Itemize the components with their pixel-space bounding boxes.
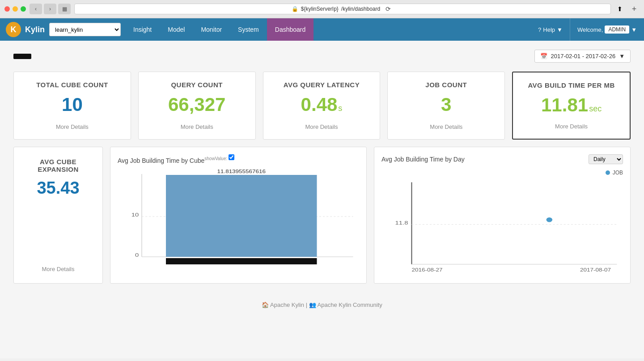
url-path: /kylin/dashboard [341,6,380,12]
bar-chart-title-row: Avg Job Building Time by CubeshowValue: [118,154,359,164]
forward-button[interactable]: › [44,4,56,14]
stat-label-avg-expansion: AVG CUBE EXPANSION [21,158,95,173]
stat-value-job-count: 3 [441,94,451,115]
username-label: ADMIN [605,25,629,34]
stat-card-avg-latency: AVG QUERY LATENCY 0.48 s More Details [263,72,381,140]
stat-label-avg-build-time: AVG BUILD TIME PER MB [528,81,614,89]
nav-monitor[interactable]: Monitor [193,18,230,41]
browser-chrome: ‹ › ▦ 🔒 ${kylinServerIp} /kylin/dashboar… [0,0,644,18]
footer-link-apache-kylin[interactable]: Apache Kylin [270,302,304,308]
top-nav: K Kylin learn_kylin Insight Model Monito… [0,18,644,41]
close-window-button[interactable] [4,6,10,12]
welcome-area: Welcome, ADMIN ▼ [570,18,644,41]
svg-text:11.813955567616: 11.813955567616 [217,170,266,174]
maximize-window-button[interactable] [21,6,26,12]
logo-text: Kylin [25,25,45,34]
url-bar[interactable]: 🔒 ${kylinServerIp} /kylin/dashboard ⟳ [74,4,611,14]
help-button[interactable]: ? Help ▼ [531,18,570,41]
minimize-window-button[interactable] [13,6,18,12]
stat-value-total-cube: 10 [62,94,83,115]
nav-dashboard[interactable]: Dashboard [267,18,314,41]
nav-model[interactable]: Model [160,18,193,41]
more-details-total-cube[interactable]: More Details [56,123,89,130]
more-details-avg-build-time[interactable]: More Details [555,123,588,130]
help-icon: ? [538,26,541,33]
footer-icon-1: 🏠 [262,302,269,308]
app-container: K Kylin learn_kylin Insight Model Monito… [0,18,644,358]
browser-nav-buttons: ‹ › ▦ [30,4,71,14]
add-tab-button[interactable]: + [629,4,640,14]
bar-rect [166,175,317,257]
bar-chart-svg: 0 10 11.813955567616 [118,170,359,268]
stat-unit-latency: s [338,104,342,113]
stat-card-total-cube: TOTAL CUBE COUNT 10 More Details [13,72,131,140]
page-header: 📅 2017-02-01 - 2017-02-26 ▼ [13,50,631,63]
stat-value-avg-expansion: 35.43 [37,178,79,198]
stat-label-total-cube: TOTAL CUBE COUNT [36,81,108,89]
footer-link-community[interactable]: Apache Kylin Community [318,302,382,308]
date-range-value: 2017-02-01 - 2017-02-26 [551,53,616,59]
reload-button[interactable]: ⟳ [383,4,394,14]
more-details-job-count[interactable]: More Details [430,123,462,130]
svg-text:10: 10 [131,212,139,218]
tab-overview-button[interactable]: ▦ [58,4,71,14]
svg-text:2016-08-27: 2016-08-27 [412,267,443,272]
more-details-avg-latency[interactable]: More Details [305,123,338,130]
help-chevron-icon: ▼ [557,26,563,33]
url-server: ${kylinServerIp} [301,6,339,12]
nav-system[interactable]: System [230,18,267,41]
nav-insight[interactable]: Insight [125,18,160,41]
line-chart-container: 11.8 2016-08-27 2017-08-07 [381,178,623,276]
stat-label-avg-latency: AVG QUERY LATENCY [284,81,360,89]
main-content: 📅 2017-02-01 - 2017-02-26 ▼ TOTAL CUBE C… [0,41,644,293]
bar-chart-container: 0 10 11.813955567616 [118,170,359,268]
calendar-icon: 📅 [540,53,547,59]
period-selector[interactable]: Daily Weekly Monthly [589,154,623,164]
lock-icon: 🔒 [292,6,298,12]
nav-links: Insight Model Monitor System Dashboard [125,18,314,41]
bar-chart-title: Avg Job Building Time by CubeshowValue: [118,154,234,164]
stat-card-query-count: QUERY COUNT 66,327 More Details [138,72,256,140]
svg-text:K: K [11,25,17,34]
left-col: AVG CUBE EXPANSION 35.43 More Details [13,147,103,284]
show-value-checkbox[interactable] [229,154,234,160]
more-details-avg-expansion[interactable]: More Details [42,266,75,272]
kylin-logo-icon: K [5,21,21,38]
date-range-picker[interactable]: 📅 2017-02-01 - 2017-02-26 ▼ [534,50,631,63]
line-chart-svg: 11.8 2016-08-27 2017-08-07 [381,178,623,276]
line-chart-title: Avg Job Building Time by Day [381,156,465,163]
footer: 🏠 Apache Kylin | 👥 Apache Kylin Communit… [0,293,644,317]
line-chart-title-row: Avg Job Building Time by Day Daily Weekl… [381,154,623,164]
line-chart-card: Avg Job Building Time by Day Daily Weekl… [374,147,631,284]
show-value-sup: showValue: [204,156,234,161]
chart-legend: JOB [381,170,623,176]
stat-label-job-count: JOB COUNT [425,81,467,89]
footer-icon-2: 👥 [309,302,316,308]
stat-label-query-count: QUERY COUNT [171,81,223,89]
legend-dot-job [606,170,610,175]
stat-card-avg-expansion: AVG CUBE EXPANSION 35.43 More Details [13,147,103,284]
svg-rect-8 [166,258,317,264]
avg-latency-value-row: 0.48 s [301,94,343,115]
window-controls [4,6,26,12]
bar-chart-card: Avg Job Building Time by CubeshowValue: … [110,147,367,284]
page-title-bar [13,54,31,59]
stat-card-avg-build-time: AVG BUILD TIME PER MB 11.81 sec More Det… [512,72,631,140]
stat-card-job-count: JOB COUNT 3 More Details [387,72,505,140]
data-point-job [547,217,553,222]
stat-value-query-count: 66,327 [168,94,225,115]
svg-text:11.8: 11.8 [395,220,408,225]
project-selector[interactable]: learn_kylin [49,23,121,36]
right-nav: ? Help ▼ Welcome, ADMIN ▼ [531,18,644,41]
stats-row: TOTAL CUBE COUNT 10 More Details QUERY C… [13,72,631,140]
more-details-query-count[interactable]: More Details [181,123,213,130]
stat-value-avg-latency: 0.48 [301,94,338,115]
stat-value-avg-build-time: 11.81 [541,94,588,116]
date-range-chevron-icon: ▼ [619,53,625,59]
legend-label-job: JOB [613,170,623,176]
user-chevron-icon: ▼ [631,26,637,33]
back-button[interactable]: ‹ [30,4,42,14]
svg-text:0: 0 [135,252,139,258]
stat-unit-build-time: sec [589,104,602,114]
share-button[interactable]: ⬆ [614,4,625,14]
